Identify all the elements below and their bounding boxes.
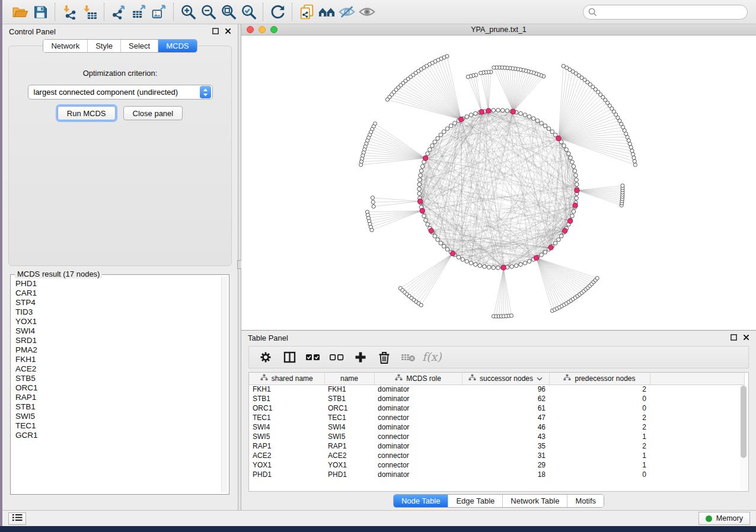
status-bar: Memory [2,510,756,526]
network-canvas[interactable] [241,36,756,330]
toolbar-group [263,3,292,21]
delete-table-icon [397,348,419,366]
duplicate-network-icon[interactable] [296,3,317,21]
mcds-node-item[interactable]: ACE2 [15,364,221,374]
mcds-node-item[interactable]: TID3 [15,307,221,317]
table-row[interactable]: PHD1PHD1dominator180 [249,470,744,479]
tab-network-table[interactable]: Network Table [502,495,567,507]
deselect-all-checkboxes-icon[interactable] [326,348,347,366]
zoom-out-icon[interactable] [198,3,218,21]
open-session-icon[interactable] [10,3,30,21]
task-list-icon [12,513,23,524]
hide-selected-icon[interactable] [337,3,357,21]
table-tabs: Node TableEdge TableNetwork TableMotifs [241,492,756,510]
mcds-node-item[interactable]: PMA2 [15,345,221,355]
close-panel-icon[interactable] [743,334,749,342]
column-header-shared-name[interactable]: shared name [249,373,324,384]
search-input[interactable] [583,5,748,20]
mcds-node-item[interactable]: STP4 [15,298,221,307]
tab-node-table[interactable]: Node Table [394,495,448,507]
column-header-predecessor-nodes[interactable]: predecessor nodes [549,373,650,384]
table-row[interactable]: ACE2ACE2connector311 [249,451,744,460]
mcds-list-scrollbar[interactable] [221,277,227,492]
table-panel: Table Panel f(x) shared namenameMCDS rol… [241,331,756,510]
function-builder-icon: f(x) [421,348,442,366]
first-neighbors-icon[interactable] [317,3,337,21]
table-scrollbar-thumb[interactable] [741,386,747,458]
tab-select[interactable]: Select [120,40,158,52]
table-row[interactable]: TEC1TEC1connector472 [249,413,744,422]
tab-motifs[interactable]: Motifs [567,495,604,507]
import-network-icon[interactable] [59,3,79,21]
float-panel-icon[interactable] [731,334,737,342]
mcds-node-item[interactable]: YOX1 [15,317,221,326]
cytoscape-window: Control Panel NetworkStyleSelectMCDS Opt… [2,0,756,526]
mcds-result-group: MCDS result (17 nodes) PHD1CAR1STP4TID3Y… [10,274,229,495]
select-stepper-icon [200,86,211,98]
optimization-criterion-label: Optimization criterion: [9,69,231,78]
task-history-button[interactable] [8,512,26,525]
table-toolbar: f(x) [248,346,749,368]
optimization-criterion-select[interactable]: largest connected component (undirected) [28,85,213,100]
save-session-icon[interactable] [30,3,50,21]
column-header-successor-nodes[interactable]: successor nodes [462,373,549,384]
close-panel-icon[interactable] [225,27,231,36]
tab-mcds[interactable]: MCDS [158,40,196,52]
mcds-node-item[interactable]: PHD1 [15,279,221,289]
memory-button[interactable]: Memory [698,512,750,525]
column-header-MCDS-role[interactable]: MCDS role [374,373,462,384]
select-all-checkboxes-icon[interactable] [302,348,324,366]
mcds-node-item[interactable]: RAP1 [15,393,221,402]
mcds-node-item[interactable]: GCR1 [15,431,221,440]
network-view-title: YPA_prune.txt_1 [241,25,756,34]
refresh-layout-icon[interactable] [267,3,288,21]
run-mcds-button[interactable]: Run MCDS [58,106,116,120]
tab-style[interactable]: Style [87,40,120,52]
network-graph[interactable] [241,36,756,330]
search-box [583,5,748,20]
close-panel-button[interactable]: Close panel [123,106,183,120]
column-namespace-icon [395,374,403,383]
tab-network[interactable]: Network [43,40,87,52]
show-columns-icon[interactable] [279,348,300,366]
table-row[interactable]: RAP1RAP1dominator352 [249,441,744,451]
sort-chevron-icon[interactable] [537,374,543,383]
add-column-icon[interactable] [350,348,371,366]
mcds-node-item[interactable]: STB5 [15,374,221,383]
table-row[interactable]: STB1STB1dominator620 [249,394,744,403]
table-row[interactable]: SWI5SWI5connector431 [249,432,744,441]
table-settings-gear-icon[interactable] [255,348,276,366]
mcds-node-item[interactable]: CAR1 [15,289,221,298]
search-icon [588,8,597,19]
export-image-icon[interactable] [149,3,169,21]
table-row[interactable]: FKH1FKH1dominator962 [249,384,744,394]
mcds-node-item[interactable]: STB1 [15,402,221,412]
column-namespace-icon [260,374,268,383]
table-row[interactable]: ORC1ORC1dominator610 [249,403,744,413]
import-table-icon[interactable] [79,3,100,21]
mcds-node-item[interactable]: FKH1 [15,355,221,364]
main-toolbar [2,0,756,24]
export-network-icon[interactable] [109,3,129,21]
export-table-icon[interactable] [129,3,149,21]
delete-columns-icon[interactable] [374,348,395,366]
table-row[interactable]: SWI4SWI4dominator462 [249,422,744,432]
table-row[interactable]: YOX1YOX1connector291 [249,460,744,470]
mcds-result-title: MCDS result (17 nodes) [15,270,102,278]
mcds-node-item[interactable]: SWI5 [15,412,221,421]
table-panel-header: Table Panel [241,331,756,345]
zoom-fit-icon[interactable] [218,3,238,21]
mcds-node-item[interactable]: ORC1 [15,383,221,393]
mcds-node-item[interactable]: TEC1 [15,421,221,431]
mcds-node-item[interactable]: SRD1 [15,336,221,345]
mcds-result-list[interactable]: PHD1CAR1STP4TID3YOX1SWI4SRD1PMA2FKH1ACE2… [12,279,221,492]
float-panel-icon[interactable] [212,27,219,36]
zoom-in-icon[interactable] [178,3,198,21]
show-all-icon[interactable] [357,3,377,21]
toolbar-group [292,3,381,21]
table-scrollbar[interactable] [740,385,747,490]
tab-edge-table[interactable]: Edge Table [448,495,502,507]
zoom-selected-icon[interactable] [238,3,259,21]
column-header-name[interactable]: name [324,373,374,384]
mcds-node-item[interactable]: SWI4 [15,326,221,336]
